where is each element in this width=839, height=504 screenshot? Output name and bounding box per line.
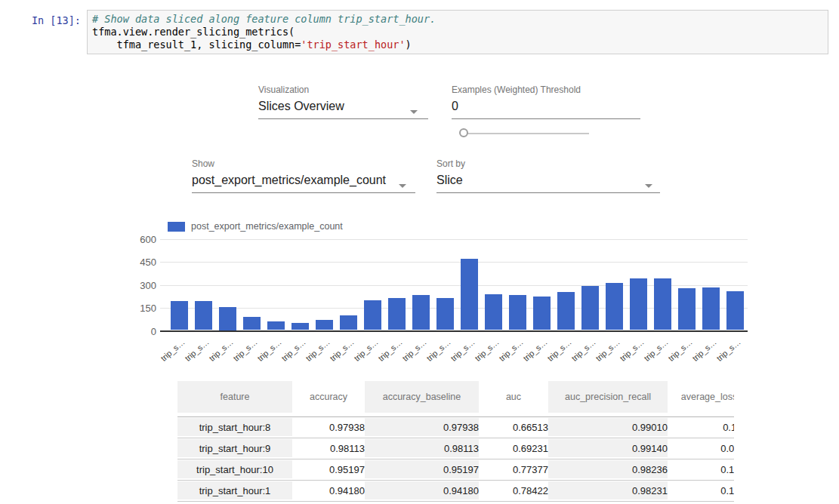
metric-cell: 0.0892 (668, 438, 734, 459)
gridline (160, 262, 748, 263)
threshold-slider-knob[interactable] (459, 128, 468, 137)
legend-swatch (168, 222, 185, 232)
y-axis-tick: 300 (126, 281, 156, 290)
bar[interactable] (291, 323, 309, 330)
column-header-feature[interactable]: feature (177, 377, 292, 416)
code-line: tfma_result_1, slicing_column='trip_star… (92, 38, 823, 51)
y-axis-tick: 150 (126, 303, 156, 313)
sortby-label: Sort by (436, 158, 660, 169)
y-axis-tick: 0 (126, 327, 156, 337)
metric-cell: 0.77377 (479, 459, 548, 480)
table-row: trip_start_hour:80.979380.979380.665130.… (177, 416, 734, 438)
metric-cell: 0.98113 (292, 438, 365, 459)
metric-cell: 0.94180 (292, 480, 365, 501)
bar[interactable] (219, 307, 236, 330)
metric-cell: 0.95197 (365, 459, 479, 480)
column-header-accuracy[interactable]: accuracy (292, 377, 365, 416)
threshold-input[interactable]: 0 (452, 99, 640, 119)
bar[interactable] (606, 283, 623, 330)
threshold-field[interactable]: Examples (Weighted) Threshold 0 (452, 85, 640, 119)
metric-cell: 0.1901 (668, 480, 734, 501)
input-prompt: In [13]: (0, 14, 81, 26)
bar[interactable] (412, 295, 430, 330)
table-row: trip_start_hour:100.951970.951970.773770… (177, 459, 734, 480)
code-cell[interactable]: # Show data sliced along feature column … (87, 10, 828, 54)
column-header-accuracy_baseline[interactable]: accuracy_baseline (365, 377, 479, 416)
column-header-average_loss[interactable]: average_loss (668, 377, 734, 416)
bar[interactable] (485, 294, 502, 330)
legend-label: post_export_metrics/example_count (191, 221, 343, 232)
metric-cell: 0.1541 (668, 459, 734, 480)
table-row: trip_start_hour:10.941800.941800.784220.… (177, 480, 734, 501)
metric-cell: 0.98231 (548, 480, 668, 501)
chevron-down-icon[interactable] (410, 110, 418, 114)
bar[interactable] (243, 317, 261, 330)
metric-cell: 0.98236 (548, 459, 668, 480)
metric-cell: 0.99140 (548, 438, 668, 459)
bar[interactable] (509, 295, 526, 330)
bar[interactable] (461, 259, 478, 330)
bar[interactable] (726, 291, 744, 330)
bar[interactable] (267, 321, 285, 330)
metric-cell: 0.99010 (548, 416, 668, 438)
show-value[interactable]: post_export_metrics/example_count (192, 173, 415, 193)
gridline (160, 239, 748, 240)
bar[interactable] (678, 288, 696, 330)
feature-cell: trip_start_hour:10 (177, 459, 292, 480)
metric-cell: 0.78422 (479, 480, 548, 501)
bar[interactable] (316, 320, 333, 330)
bar[interactable] (630, 278, 647, 330)
show-dropdown[interactable]: Show post_export_metrics/example_count (192, 158, 415, 193)
x-axis-line (160, 330, 748, 332)
bar[interactable] (388, 298, 406, 330)
threshold-slider-track[interactable] (465, 133, 589, 134)
threshold-label: Examples (Weighted) Threshold (452, 85, 640, 95)
bar[interactable] (340, 315, 357, 330)
bar[interactable] (581, 286, 599, 330)
y-axis-tick: 450 (126, 257, 156, 267)
code-line: tfma.view.render_slicing_metrics( (92, 26, 823, 38)
metric-cell: 0.69231 (479, 438, 548, 459)
chevron-down-icon[interactable] (399, 184, 406, 188)
feature-cell: trip_start_hour:9 (177, 438, 292, 459)
metric-cell: 0.98113 (365, 438, 479, 459)
sortby-dropdown[interactable]: Sort by Slice (436, 158, 660, 193)
visualization-value[interactable]: Slices Overview (258, 99, 428, 119)
sortby-value[interactable]: Slice (436, 173, 660, 193)
bar[interactable] (171, 301, 188, 330)
y-axis-tick: 600 (126, 235, 156, 244)
bar[interactable] (654, 278, 671, 330)
bar[interactable] (557, 292, 575, 330)
column-header-auc[interactable]: auc (479, 377, 548, 416)
metric-cell: 0.66513 (479, 416, 548, 438)
bar[interactable] (195, 301, 212, 330)
metric-cell: 0.97938 (365, 416, 479, 438)
bar[interactable] (364, 300, 381, 330)
visualization-dropdown[interactable]: Visualization Slices Overview (258, 85, 428, 119)
chart-legend: post_export_metrics/example_count (168, 221, 343, 232)
table-row: trip_start_hour:90.981130.981130.692310.… (177, 438, 734, 459)
bar[interactable] (436, 298, 454, 330)
feature-cell: trip_start_hour:1 (177, 480, 292, 501)
show-label: Show (192, 158, 415, 169)
feature-cell: trip_start_hour:8 (177, 416, 292, 438)
metric-cell: 0.95197 (292, 459, 365, 480)
metrics-table: featureaccuracyaccuracy_baselineaucauc_p… (177, 377, 734, 504)
chevron-down-icon[interactable] (645, 184, 652, 188)
metric-cell: 0.97938 (292, 416, 365, 438)
metric-cell: 0.94180 (365, 480, 479, 501)
metric-cell: 0.1111 (668, 416, 734, 438)
bar[interactable] (702, 287, 720, 330)
code-line: # Show data sliced along feature column … (92, 13, 823, 26)
visualization-label: Visualization (258, 85, 428, 95)
column-header-auc_precision_recall[interactable]: auc_precision_recall (548, 377, 668, 416)
bar[interactable] (533, 297, 551, 330)
